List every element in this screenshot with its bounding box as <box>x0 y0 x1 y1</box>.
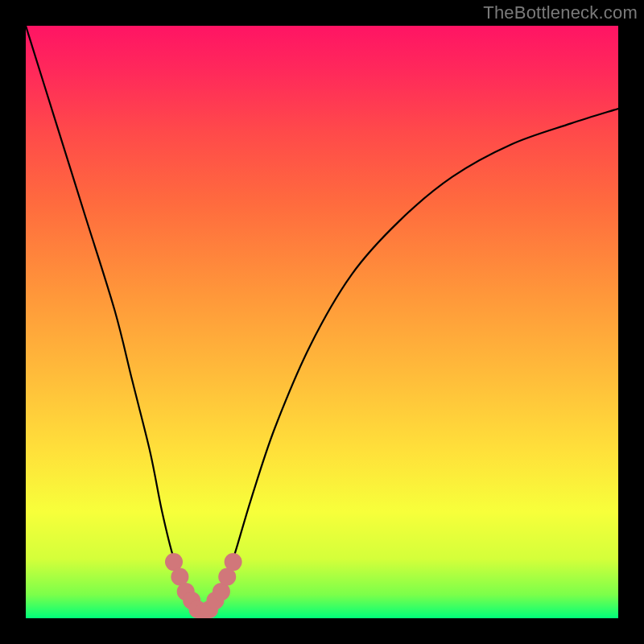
plot-area <box>26 26 618 618</box>
chart-frame: TheBottleneck.com <box>0 0 644 644</box>
chart-svg <box>26 26 618 618</box>
watermark-text: TheBottleneck.com <box>483 2 638 23</box>
bottleneck-curve-line <box>26 26 618 613</box>
highlight-marker <box>225 553 242 571</box>
highlight-markers <box>165 553 242 618</box>
